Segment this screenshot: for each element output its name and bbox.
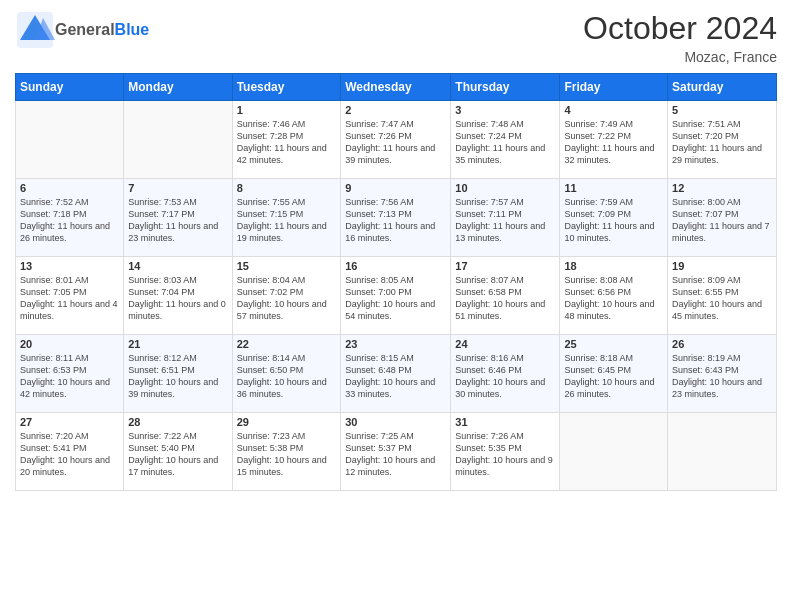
day-info: Sunrise: 7:25 AM Sunset: 5:37 PM Dayligh… bbox=[345, 430, 446, 479]
day-info: Sunrise: 8:05 AM Sunset: 7:00 PM Dayligh… bbox=[345, 274, 446, 323]
calendar-cell: 24Sunrise: 8:16 AM Sunset: 6:46 PM Dayli… bbox=[451, 335, 560, 413]
day-info: Sunrise: 8:01 AM Sunset: 7:05 PM Dayligh… bbox=[20, 274, 119, 323]
calendar-cell: 27Sunrise: 7:20 AM Sunset: 5:41 PM Dayli… bbox=[16, 413, 124, 491]
header-tuesday: Tuesday bbox=[232, 74, 341, 101]
calendar-cell: 13Sunrise: 8:01 AM Sunset: 7:05 PM Dayli… bbox=[16, 257, 124, 335]
location: Mozac, France bbox=[583, 49, 777, 65]
calendar-cell: 25Sunrise: 8:18 AM Sunset: 6:45 PM Dayli… bbox=[560, 335, 668, 413]
calendar-cell: 16Sunrise: 8:05 AM Sunset: 7:00 PM Dayli… bbox=[341, 257, 451, 335]
day-number: 5 bbox=[672, 104, 772, 116]
day-number: 26 bbox=[672, 338, 772, 350]
header-saturday: Saturday bbox=[668, 74, 777, 101]
day-info: Sunrise: 7:49 AM Sunset: 7:22 PM Dayligh… bbox=[564, 118, 663, 167]
day-info: Sunrise: 8:18 AM Sunset: 6:45 PM Dayligh… bbox=[564, 352, 663, 401]
header-sunday: Sunday bbox=[16, 74, 124, 101]
logo-blue: Blue bbox=[115, 21, 150, 39]
day-info: Sunrise: 8:00 AM Sunset: 7:07 PM Dayligh… bbox=[672, 196, 772, 245]
day-info: Sunrise: 7:53 AM Sunset: 7:17 PM Dayligh… bbox=[128, 196, 227, 245]
calendar-cell: 14Sunrise: 8:03 AM Sunset: 7:04 PM Dayli… bbox=[124, 257, 232, 335]
day-info: Sunrise: 8:12 AM Sunset: 6:51 PM Dayligh… bbox=[128, 352, 227, 401]
day-number: 22 bbox=[237, 338, 337, 350]
day-number: 16 bbox=[345, 260, 446, 272]
calendar-cell bbox=[16, 101, 124, 179]
calendar-cell: 8Sunrise: 7:55 AM Sunset: 7:15 PM Daylig… bbox=[232, 179, 341, 257]
day-info: Sunrise: 8:15 AM Sunset: 6:48 PM Dayligh… bbox=[345, 352, 446, 401]
calendar-cell bbox=[124, 101, 232, 179]
day-info: Sunrise: 7:22 AM Sunset: 5:40 PM Dayligh… bbox=[128, 430, 227, 479]
calendar-cell bbox=[668, 413, 777, 491]
day-number: 29 bbox=[237, 416, 337, 428]
day-number: 14 bbox=[128, 260, 227, 272]
day-info: Sunrise: 8:11 AM Sunset: 6:53 PM Dayligh… bbox=[20, 352, 119, 401]
calendar-cell: 6Sunrise: 7:52 AM Sunset: 7:18 PM Daylig… bbox=[16, 179, 124, 257]
calendar-cell: 7Sunrise: 7:53 AM Sunset: 7:17 PM Daylig… bbox=[124, 179, 232, 257]
title-area: October 2024 Mozac, France bbox=[583, 10, 777, 65]
calendar-cell: 26Sunrise: 8:19 AM Sunset: 6:43 PM Dayli… bbox=[668, 335, 777, 413]
calendar-cell: 10Sunrise: 7:57 AM Sunset: 7:11 PM Dayli… bbox=[451, 179, 560, 257]
month-title: October 2024 bbox=[583, 10, 777, 47]
logo-icon bbox=[15, 10, 55, 50]
calendar-week-3: 20Sunrise: 8:11 AM Sunset: 6:53 PM Dayli… bbox=[16, 335, 777, 413]
day-number: 6 bbox=[20, 182, 119, 194]
day-info: Sunrise: 8:19 AM Sunset: 6:43 PM Dayligh… bbox=[672, 352, 772, 401]
calendar-week-1: 6Sunrise: 7:52 AM Sunset: 7:18 PM Daylig… bbox=[16, 179, 777, 257]
day-number: 18 bbox=[564, 260, 663, 272]
day-number: 19 bbox=[672, 260, 772, 272]
day-number: 2 bbox=[345, 104, 446, 116]
calendar-cell: 17Sunrise: 8:07 AM Sunset: 6:58 PM Dayli… bbox=[451, 257, 560, 335]
day-number: 3 bbox=[455, 104, 555, 116]
calendar-cell bbox=[560, 413, 668, 491]
day-number: 8 bbox=[237, 182, 337, 194]
day-number: 12 bbox=[672, 182, 772, 194]
day-info: Sunrise: 7:26 AM Sunset: 5:35 PM Dayligh… bbox=[455, 430, 555, 479]
calendar-cell: 9Sunrise: 7:56 AM Sunset: 7:13 PM Daylig… bbox=[341, 179, 451, 257]
calendar-week-2: 13Sunrise: 8:01 AM Sunset: 7:05 PM Dayli… bbox=[16, 257, 777, 335]
header: General Blue October 2024 Mozac, France bbox=[15, 10, 777, 65]
day-info: Sunrise: 8:16 AM Sunset: 6:46 PM Dayligh… bbox=[455, 352, 555, 401]
day-number: 17 bbox=[455, 260, 555, 272]
day-number: 4 bbox=[564, 104, 663, 116]
calendar-cell: 3Sunrise: 7:48 AM Sunset: 7:24 PM Daylig… bbox=[451, 101, 560, 179]
header-thursday: Thursday bbox=[451, 74, 560, 101]
day-info: Sunrise: 7:56 AM Sunset: 7:13 PM Dayligh… bbox=[345, 196, 446, 245]
calendar-cell: 28Sunrise: 7:22 AM Sunset: 5:40 PM Dayli… bbox=[124, 413, 232, 491]
calendar-cell: 22Sunrise: 8:14 AM Sunset: 6:50 PM Dayli… bbox=[232, 335, 341, 413]
day-info: Sunrise: 8:03 AM Sunset: 7:04 PM Dayligh… bbox=[128, 274, 227, 323]
day-info: Sunrise: 8:08 AM Sunset: 6:56 PM Dayligh… bbox=[564, 274, 663, 323]
logo-general: General bbox=[55, 21, 115, 39]
day-info: Sunrise: 8:04 AM Sunset: 7:02 PM Dayligh… bbox=[237, 274, 337, 323]
day-number: 23 bbox=[345, 338, 446, 350]
day-number: 1 bbox=[237, 104, 337, 116]
calendar-table: Sunday Monday Tuesday Wednesday Thursday… bbox=[15, 73, 777, 491]
day-number: 25 bbox=[564, 338, 663, 350]
day-info: Sunrise: 7:57 AM Sunset: 7:11 PM Dayligh… bbox=[455, 196, 555, 245]
day-number: 31 bbox=[455, 416, 555, 428]
weekday-header-row: Sunday Monday Tuesday Wednesday Thursday… bbox=[16, 74, 777, 101]
calendar-cell: 12Sunrise: 8:00 AM Sunset: 7:07 PM Dayli… bbox=[668, 179, 777, 257]
day-number: 7 bbox=[128, 182, 227, 194]
day-number: 27 bbox=[20, 416, 119, 428]
day-info: Sunrise: 7:59 AM Sunset: 7:09 PM Dayligh… bbox=[564, 196, 663, 245]
day-number: 21 bbox=[128, 338, 227, 350]
calendar-cell: 18Sunrise: 8:08 AM Sunset: 6:56 PM Dayli… bbox=[560, 257, 668, 335]
day-info: Sunrise: 8:07 AM Sunset: 6:58 PM Dayligh… bbox=[455, 274, 555, 323]
day-number: 20 bbox=[20, 338, 119, 350]
day-number: 30 bbox=[345, 416, 446, 428]
day-info: Sunrise: 7:47 AM Sunset: 7:26 PM Dayligh… bbox=[345, 118, 446, 167]
calendar-cell: 23Sunrise: 8:15 AM Sunset: 6:48 PM Dayli… bbox=[341, 335, 451, 413]
header-monday: Monday bbox=[124, 74, 232, 101]
header-friday: Friday bbox=[560, 74, 668, 101]
calendar-cell: 4Sunrise: 7:49 AM Sunset: 7:22 PM Daylig… bbox=[560, 101, 668, 179]
calendar-cell: 20Sunrise: 8:11 AM Sunset: 6:53 PM Dayli… bbox=[16, 335, 124, 413]
day-info: Sunrise: 8:09 AM Sunset: 6:55 PM Dayligh… bbox=[672, 274, 772, 323]
calendar-cell: 5Sunrise: 7:51 AM Sunset: 7:20 PM Daylig… bbox=[668, 101, 777, 179]
day-number: 13 bbox=[20, 260, 119, 272]
day-number: 28 bbox=[128, 416, 227, 428]
calendar-cell: 29Sunrise: 7:23 AM Sunset: 5:38 PM Dayli… bbox=[232, 413, 341, 491]
header-wednesday: Wednesday bbox=[341, 74, 451, 101]
day-number: 9 bbox=[345, 182, 446, 194]
calendar-cell: 11Sunrise: 7:59 AM Sunset: 7:09 PM Dayli… bbox=[560, 179, 668, 257]
day-info: Sunrise: 7:52 AM Sunset: 7:18 PM Dayligh… bbox=[20, 196, 119, 245]
day-number: 15 bbox=[237, 260, 337, 272]
day-info: Sunrise: 8:14 AM Sunset: 6:50 PM Dayligh… bbox=[237, 352, 337, 401]
